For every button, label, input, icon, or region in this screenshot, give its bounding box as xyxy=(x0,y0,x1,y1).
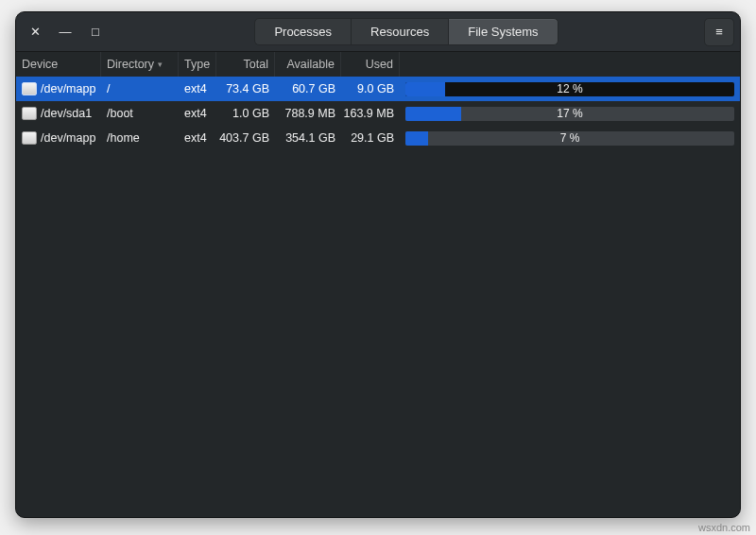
file-systems-panel: Device Directory ▾ Type Total Available … xyxy=(16,52,740,517)
table-row[interactable]: /dev/mapp/ext473.4 GB60.7 GB9.0 GB12 % xyxy=(16,77,740,101)
close-button[interactable]: ✕ xyxy=(22,19,48,45)
col-used-bar[interactable] xyxy=(400,52,740,77)
close-icon: ✕ xyxy=(30,25,41,39)
maximize-button[interactable]: □ xyxy=(82,19,109,45)
device-text: /dev/mapp xyxy=(41,82,95,95)
cell-usage-bar: 7 % xyxy=(400,126,740,150)
tab-file-systems[interactable]: File Systems xyxy=(448,18,558,45)
col-total[interactable]: Total xyxy=(216,52,275,77)
usage-bar-label: 7 % xyxy=(405,131,734,146)
table-row[interactable]: /dev/sda1/bootext41.0 GB788.9 MB163.9 MB… xyxy=(16,101,740,126)
cell-available: 60.7 GB xyxy=(275,77,341,101)
disk-icon xyxy=(22,131,37,145)
hamburger-menu-button[interactable]: ≡ xyxy=(704,18,734,46)
col-device[interactable]: Device xyxy=(16,52,101,77)
device-text: /dev/sda1 xyxy=(41,107,92,120)
cell-used: 163.9 MB xyxy=(341,101,400,126)
table-header: Device Directory ▾ Type Total Available … xyxy=(16,52,740,77)
hamburger-icon: ≡ xyxy=(715,25,723,39)
cell-type: ext4 xyxy=(179,101,216,126)
col-type[interactable]: Type xyxy=(179,52,216,77)
cell-usage-bar: 17 % xyxy=(400,101,740,126)
cell-directory: /home xyxy=(101,126,179,150)
watermark: wsxdn.com xyxy=(698,522,750,533)
cell-usage-bar: 12 % xyxy=(400,77,740,101)
usage-bar-label: 12 % xyxy=(405,82,734,96)
cell-type: ext4 xyxy=(179,126,216,150)
tab-processes[interactable]: Processes xyxy=(254,18,352,45)
cell-device: /dev/sda1 xyxy=(16,101,101,126)
usage-bar-track: 17 % xyxy=(405,107,734,121)
cell-available: 354.1 GB xyxy=(275,126,341,150)
usage-bar-track: 12 % xyxy=(405,82,734,96)
usage-bar-track: 7 % xyxy=(405,131,734,146)
tab-switcher: Processes Resources File Systems xyxy=(112,18,700,45)
cell-directory: /boot xyxy=(101,101,179,126)
col-directory-label: Directory xyxy=(107,58,154,71)
cell-device: /dev/mapp xyxy=(16,77,101,101)
minimize-icon: — xyxy=(60,25,72,39)
device-text: /dev/mapp xyxy=(41,131,95,145)
tab-resources[interactable]: Resources xyxy=(351,18,449,45)
cell-available: 788.9 MB xyxy=(275,101,341,126)
col-available[interactable]: Available xyxy=(275,52,341,77)
cell-total: 73.4 GB xyxy=(216,77,275,101)
cell-device: /dev/mapp xyxy=(16,126,101,150)
cell-used: 9.0 GB xyxy=(341,77,400,101)
col-used-size[interactable]: Used xyxy=(341,52,400,77)
cell-type: ext4 xyxy=(179,77,216,101)
cell-used: 29.1 GB xyxy=(341,126,400,150)
sort-indicator-icon: ▾ xyxy=(158,60,163,69)
titlebar: ✕ — □ Processes Resources File Systems ≡ xyxy=(16,12,740,52)
col-directory[interactable]: Directory ▾ xyxy=(101,52,179,77)
disk-icon xyxy=(22,107,37,120)
system-monitor-window: ✕ — □ Processes Resources File Systems ≡… xyxy=(15,11,741,518)
minimize-button[interactable]: — xyxy=(52,19,78,45)
table-row[interactable]: /dev/mapp/homeext4403.7 GB354.1 GB29.1 G… xyxy=(16,126,740,150)
disk-icon xyxy=(22,82,37,95)
cell-total: 403.7 GB xyxy=(216,126,275,150)
cell-total: 1.0 GB xyxy=(216,101,275,126)
cell-directory: / xyxy=(101,77,179,101)
maximize-icon: □ xyxy=(92,25,99,39)
table-body: /dev/mapp/ext473.4 GB60.7 GB9.0 GB12 %/d… xyxy=(16,77,740,150)
usage-bar-label: 17 % xyxy=(405,107,734,121)
